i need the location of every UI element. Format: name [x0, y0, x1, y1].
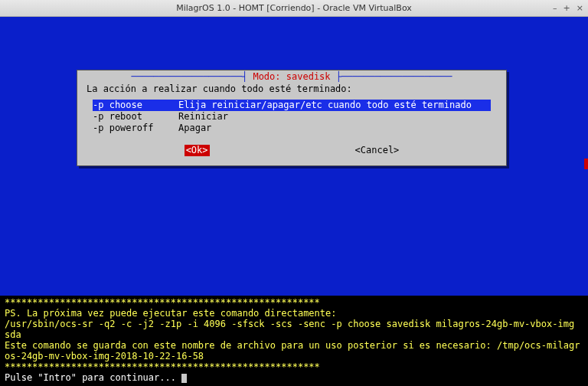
separator-line: ****************************************…: [5, 361, 320, 372]
maximize-icon[interactable]: +: [564, 3, 570, 13]
option-desc: Apagar: [178, 123, 491, 134]
option-flag: -p choose: [93, 100, 178, 111]
mode-label: Modo: savedisk: [253, 71, 330, 82]
option-list: -p choose Elija reiniciar/apagar/etc cua…: [93, 100, 491, 134]
option-desc: Elija reiniciar/apagar/etc cuando todo e…: [178, 100, 491, 111]
option-flag: -p poweroff: [93, 123, 178, 134]
vm-framebuffer: ────────────────────┤ Modo: savedisk ├──…: [0, 17, 588, 386]
edge-artifact: [584, 159, 588, 169]
continue-prompt: Pulse "Intro" para continuar...: [5, 372, 181, 383]
option-flag: -p reboot: [93, 111, 178, 123]
command-line: /usr/sbin/ocs-sr -q2 -c -j2 -z1p -i 4096…: [5, 319, 580, 340]
ps-hint: PS. La próxima vez puede ejecutar este c…: [5, 308, 336, 319]
close-icon[interactable]: ×: [577, 3, 583, 13]
option-poweroff[interactable]: -p poweroff Apagar: [93, 123, 491, 134]
window-title: MilagrOS 1.0 - HOMT [Corriendo] - Oracle…: [176, 3, 412, 13]
option-reboot[interactable]: -p reboot Reiniciar: [93, 111, 491, 123]
option-desc: Reiniciar: [178, 111, 491, 123]
dialog-buttons: <Ok> <Cancel>: [79, 145, 505, 156]
cancel-button[interactable]: <Cancel>: [355, 145, 400, 156]
minimize-icon[interactable]: –: [553, 3, 557, 13]
ncurses-background: ────────────────────┤ Modo: savedisk ├──…: [0, 17, 588, 296]
window-controls: – + ×: [553, 0, 583, 16]
dialog-title: ────────────────────┤ Modo: savedisk ├──…: [79, 71, 505, 83]
terminal-output: ****************************************…: [0, 296, 588, 386]
ok-button[interactable]: <Ok>: [185, 145, 210, 156]
mode-dialog: ────────────────────┤ Modo: savedisk ├──…: [77, 70, 507, 166]
dialog-prompt: La acción a realizar cuando todo esté te…: [79, 83, 505, 100]
separator-line: ****************************************…: [5, 297, 320, 308]
option-choose[interactable]: -p choose Elija reiniciar/apagar/etc cua…: [93, 100, 491, 111]
save-hint: Este comando se guarda con este nombre d…: [5, 340, 580, 361]
cursor-icon: [181, 374, 187, 383]
window-titlebar: MilagrOS 1.0 - HOMT [Corriendo] - Oracle…: [0, 0, 588, 17]
